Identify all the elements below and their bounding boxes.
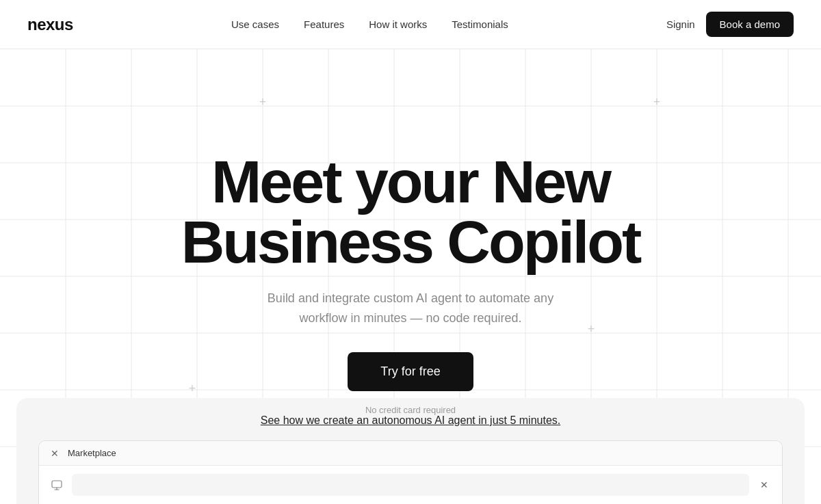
nav-link-how-it-works[interactable]: How it works [369,18,427,30]
svg-rect-23 [52,481,62,488]
hero-title-line1: Meet your New [211,148,610,215]
app-body-icon [50,478,64,492]
nav-link-features[interactable]: Features [304,18,344,30]
book-demo-button[interactable]: Book a demo [706,12,794,37]
cta-wrapper: Try for free No credit card required [181,352,640,415]
svg-text:+: + [259,95,267,109]
app-tab-label[interactable]: Marketplace [68,448,116,458]
bottom-text-prefix: See how we create an autonomous AI agent… [261,414,510,426]
hero-title: Meet your New Business Copilot [181,152,640,272]
nav-actions: Signin Book a demo [666,12,794,37]
app-titlebar: ✕ Marketplace [39,441,782,466]
no-credit-card-label: No credit card required [365,405,456,415]
hero-content: Meet your New Business Copilot Build and… [181,152,640,416]
nav-link-testimonials[interactable]: Testimonials [452,18,508,30]
app-close-icon[interactable]: ✕ [757,478,771,492]
bottom-description: See how we create an autonomous AI agent… [38,414,783,427]
window-icon: ✕ [50,449,60,458]
navbar: nexus Use cases Features How it works Te… [0,0,821,49]
nav-links: Use cases Features How it works Testimon… [231,18,508,30]
app-body: ✕ [39,466,782,504]
svg-text:+: + [653,95,661,109]
hero-section: + + + + Meet your New Business Copilot B… [0,49,821,504]
hero-title-line2: Business Copilot [181,208,640,276]
nav-link-use-cases[interactable]: Use cases [231,18,279,30]
brand-logo: nexus [27,15,73,34]
app-input-bar [72,474,749,496]
bottom-text-link[interactable]: 5 minutes. [510,414,560,426]
app-window: ✕ Marketplace ✕ [38,440,783,504]
hero-subtitle: Build and integrate custom AI agent to a… [246,289,575,328]
try-free-button[interactable]: Try for free [348,352,473,391]
signin-button[interactable]: Signin [666,18,695,30]
